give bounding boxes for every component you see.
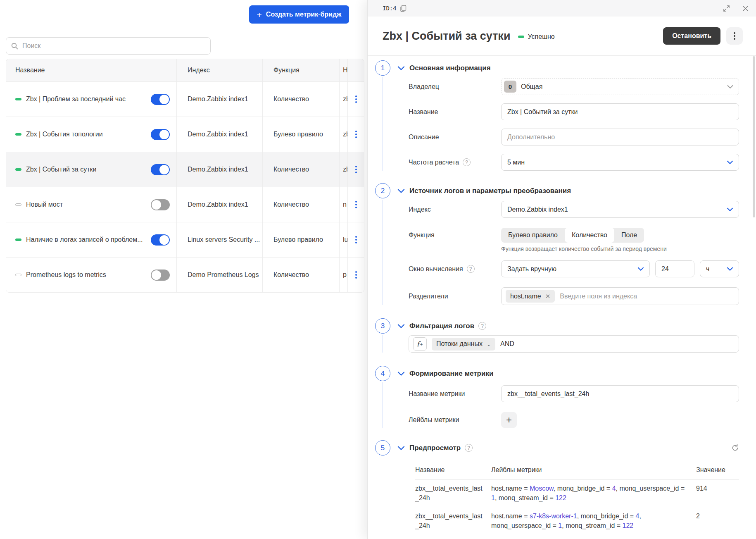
bridge-name-label: Zbx | Проблем за последний час	[26, 95, 126, 103]
help-icon[interactable]: ?	[465, 444, 473, 452]
preview-table-body: zbx__total_events_last_24h host.name = M…	[415, 479, 739, 539]
window-unit-select[interactable]: ч	[700, 260, 739, 277]
section-5-header[interactable]: Предпросмотр ?	[397, 440, 739, 456]
label-value: 1	[491, 494, 495, 501]
toggle-knob	[159, 165, 169, 174]
table-row[interactable]: Zbx | События топологии Demo.Zabbix inde…	[6, 117, 364, 152]
chevron-down-icon	[637, 267, 644, 271]
preview-metric-value: 914	[696, 484, 739, 503]
stop-button[interactable]: Остановить	[663, 27, 720, 45]
bridge-toggle[interactable]	[151, 129, 170, 140]
bridge-index-cell: Demo.Zabbix index1	[176, 187, 262, 222]
section-3-title: Фильтрация логов	[409, 322, 474, 330]
row-kebab-menu-icon[interactable]	[355, 131, 357, 138]
table-row[interactable]: Наличие в логах записей о проблем... Lin…	[6, 222, 364, 257]
bridge-name-label: Prometheus logs to metrics	[26, 271, 106, 279]
row-kebab-menu-icon[interactable]	[355, 166, 357, 173]
col-header-index: Индекс	[176, 59, 262, 81]
function-option-1[interactable]: Количество	[565, 228, 614, 243]
refresh-icon[interactable]	[731, 444, 739, 452]
bridge-toggle[interactable]	[151, 94, 170, 105]
help-icon[interactable]: ?	[478, 322, 486, 330]
bridge-toggle[interactable]	[151, 270, 170, 281]
search-input-wrap[interactable]	[6, 37, 211, 55]
frequency-select[interactable]: 5 мин	[501, 154, 739, 171]
copy-icon[interactable]	[400, 5, 407, 12]
remove-chip-icon[interactable]: ✕	[545, 293, 551, 300]
table-row[interactable]: Zbx | Проблем за последний час Demo.Zabb…	[6, 81, 364, 117]
row-kebab-menu-icon[interactable]	[355, 271, 357, 279]
bridge-name-label: Zbx | Событий за сутки	[26, 166, 96, 173]
create-bridge-button-label: Создать метрик-бридж	[266, 11, 342, 18]
bridge-metric-cell: zb	[339, 152, 347, 187]
bridge-toggle[interactable]	[151, 234, 170, 246]
index-select[interactable]: Demo.Zabbix index1	[501, 201, 739, 218]
bridge-metric-cell: p	[339, 258, 347, 292]
section-main-info: 1 Основная информация Владелец 0 Общая	[375, 60, 739, 171]
bridge-toggle[interactable]	[151, 199, 170, 210]
toggle-knob	[152, 270, 161, 280]
window-field-row: Окно вычисления ? Задать вручную ч	[409, 260, 739, 277]
metric-name-input[interactable]	[507, 390, 722, 398]
owner-field-row: Владелец 0 Общая	[409, 78, 739, 95]
metric-name-label: Название метрики	[409, 390, 501, 398]
row-kebab-menu-icon[interactable]	[355, 236, 357, 243]
log-filter-input[interactable]: f+ Потоки данных ⌄ AND	[409, 335, 739, 353]
step-number-5: 5	[375, 440, 390, 456]
function-option-2[interactable]: Поле	[614, 228, 644, 243]
row-kebab-menu-icon[interactable]	[355, 95, 357, 103]
table-row[interactable]: Новый мост Demo.Zabbix index1 Количество…	[6, 187, 364, 222]
label-value: 1	[558, 522, 562, 529]
description-label: Описание	[409, 134, 501, 141]
table-row[interactable]: Prometheus logs to metrics Demo Promethe…	[6, 257, 364, 292]
close-icon[interactable]	[742, 5, 749, 12]
search-input[interactable]	[22, 42, 205, 50]
drawer-scrollbar[interactable]	[753, 56, 755, 217]
bridge-name-label: Наличие в логах записей о проблем...	[26, 236, 143, 243]
row-kebab-menu-icon[interactable]	[355, 201, 357, 208]
chevron-down-icon	[397, 324, 405, 329]
header-kebab-menu-button[interactable]	[726, 27, 743, 45]
section-3-header[interactable]: Фильтрация логов ?	[397, 318, 739, 334]
section-2-header[interactable]: Источник логов и параметры преобразовани…	[397, 183, 739, 198]
help-icon[interactable]: ?	[463, 158, 471, 166]
owner-select[interactable]: 0 Общая	[501, 78, 739, 95]
separators-input[interactable]: host.name ✕ Введите поля из индекса	[501, 287, 739, 305]
window-value-input-wrap	[655, 260, 694, 277]
owner-count-badge: 0	[504, 81, 516, 93]
add-metric-label-button[interactable]: +	[501, 412, 517, 428]
index-label: Индекс	[409, 206, 501, 213]
drawer-content: 1 Основная информация Владелец 0 Общая	[368, 56, 756, 539]
bridge-detail-drawer: ID:4 Zbx | Событий за сутки Успешно Оста…	[367, 0, 756, 539]
preview-metric-labels: host.name = Moscow, monq_bridge_id = 4, …	[491, 484, 696, 503]
description-input[interactable]	[507, 134, 722, 141]
function-option-0[interactable]: Булево правило	[501, 228, 565, 243]
function-field-row: Функция Булево правилоКоличествоПоле	[409, 228, 739, 243]
preview-col-name: Название	[415, 466, 491, 474]
window-value-input[interactable]	[661, 265, 688, 273]
section-1-header[interactable]: Основная информация	[397, 60, 739, 76]
step-number-3: 3	[375, 318, 390, 334]
bridge-status-icon	[15, 98, 21, 100]
section-1-title: Основная информация	[409, 64, 491, 72]
name-input-wrap	[501, 103, 739, 120]
bridge-toggle[interactable]	[151, 164, 170, 175]
section-4-header[interactable]: Формирование метрики	[397, 366, 739, 381]
create-bridge-button[interactable]: + Создать метрик-бридж	[249, 5, 349, 24]
table-row[interactable]: Zbx | Событий за сутки Demo.Zabbix index…	[6, 152, 364, 187]
name-input[interactable]	[507, 108, 722, 116]
data-streams-chip[interactable]: Потоки данных ⌄	[432, 338, 495, 351]
add-function-icon[interactable]: f+	[413, 337, 427, 351]
metric-name-input-wrap	[501, 385, 739, 402]
chevron-down-icon: ⌄	[487, 341, 491, 347]
window-mode-select[interactable]: Задать вручную	[501, 260, 650, 277]
expand-icon[interactable]	[723, 5, 730, 12]
bridge-metric-cell: n	[339, 187, 347, 222]
bridge-metric-cell: zb	[339, 117, 347, 152]
bridge-status-icon	[15, 274, 21, 276]
preview-metric-labels: host.name = s7-k8s-worker-1, monq_bridge…	[491, 512, 696, 530]
section-log-filter: 3 Фильтрация логов ? f+ Потоки данных ⌄ …	[375, 318, 739, 353]
chevron-down-icon	[397, 371, 405, 376]
bridge-function-cell: Количество	[262, 82, 339, 117]
help-icon[interactable]: ?	[467, 265, 475, 273]
